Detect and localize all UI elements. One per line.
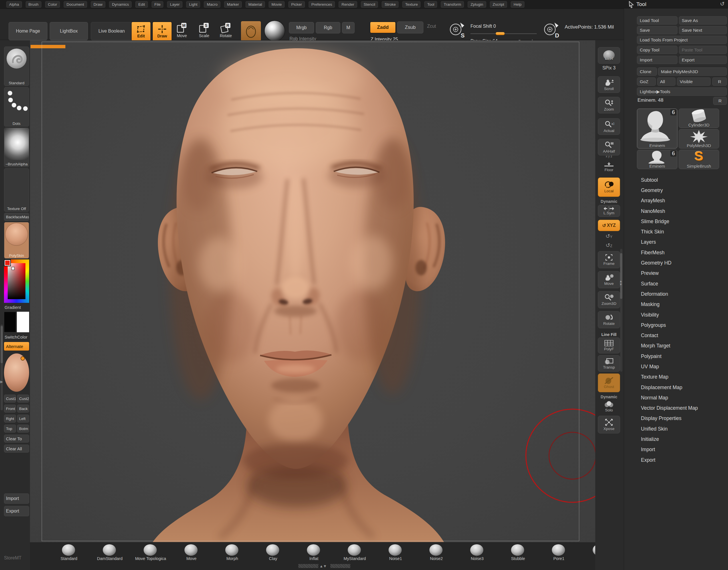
move-button[interactable]: M Move <box>173 22 191 38</box>
draw-button[interactable]: Draw <box>152 21 172 41</box>
tray-scrollbar-left[interactable] <box>298 564 318 568</box>
menu-item[interactable]: File <box>152 1 164 8</box>
menu-item[interactable]: Stencil <box>361 1 378 8</box>
sculpt-canvas[interactable] <box>30 40 595 542</box>
left-scrollbar-thumb[interactable] <box>1 326 3 363</box>
axis-toggles[interactable]: x y z <box>595 155 623 158</box>
zadd-button[interactable]: Zadd <box>370 21 396 33</box>
menu-item[interactable]: Brush <box>26 1 41 8</box>
clear-to-button[interactable]: Clear To <box>4 435 29 443</box>
tool-subpalette-item[interactable]: Morph Target <box>637 341 725 351</box>
scale-button[interactable]: S Scale <box>195 22 213 38</box>
tool-thumb-eminem[interactable]: 6 Eminem <box>637 108 677 149</box>
botm-button[interactable]: Botm <box>17 424 29 433</box>
tool-subpalette-item[interactable]: FiberMesh <box>637 247 725 258</box>
lightbox-tools-button[interactable]: Lightbox▶Tools <box>637 87 727 96</box>
tray-scrollbar-right[interactable] <box>330 564 350 568</box>
load-tool-button[interactable]: Load Tool <box>637 16 677 25</box>
tool-subpalette-item[interactable]: Geometry HD <box>637 258 725 268</box>
spix-label[interactable]: SPix 3 <box>595 65 623 70</box>
material-sphere[interactable] <box>264 20 285 41</box>
brush-tile[interactable]: MyStandard <box>334 543 375 562</box>
tool-subpalette-item[interactable]: Export <box>637 455 725 465</box>
menu-item[interactable]: Zscript <box>490 1 507 8</box>
active-tool-name[interactable]: Eminem. 48 <box>638 97 664 103</box>
xyz-button[interactable]: ↺ XYZ <box>598 220 620 231</box>
tool-subpalette-item[interactable]: Vector Displacement Map <box>637 403 725 413</box>
stroke-selector[interactable]: Dots <box>4 87 29 126</box>
brush-tile[interactable]: Noise1 <box>375 543 416 562</box>
solo-button[interactable]: Solo <box>598 399 620 414</box>
zsub-button[interactable]: Zsub <box>397 21 424 33</box>
local-button[interactable]: Local <box>598 178 620 197</box>
left-scroll-arrow-icon[interactable]: ▶ <box>0 380 3 384</box>
stroke-button[interactable] <box>241 21 261 41</box>
brush-tile[interactable]: Clay <box>253 543 293 562</box>
menu-item[interactable]: Layer <box>167 1 182 8</box>
menu-item[interactable]: Light <box>186 1 200 8</box>
save-next-button[interactable]: Save Next <box>679 26 727 34</box>
menu-item[interactable]: Color <box>45 1 60 8</box>
tool-subpalette-item[interactable]: NanoMesh <box>637 206 725 216</box>
tool-thumb-cylinder3d[interactable]: Cylinder3D <box>679 108 719 128</box>
left-button[interactable]: Left <box>17 414 29 422</box>
goz-button[interactable]: GoZ <box>637 77 656 86</box>
goz-visible-button[interactable]: Visible <box>677 77 711 86</box>
strip-scroll-arrows[interactable]: ▲▼ <box>619 280 622 286</box>
menu-item[interactable]: Draw <box>91 1 106 8</box>
secondary-color-swatch[interactable] <box>17 312 29 332</box>
tool-subpalette-item[interactable]: Thick Skin <box>637 227 725 237</box>
lightbox-drag-bar[interactable] <box>31 45 65 48</box>
refresh-icon[interactable]: ↺ <box>720 1 725 7</box>
clone-button[interactable]: Clone <box>637 67 657 76</box>
texture-selector[interactable]: Texture Off <box>4 168 29 212</box>
edit-button[interactable]: Edit <box>131 21 151 41</box>
tool-thumb-simplebrush[interactable]: S SimpleBrush <box>679 150 719 169</box>
brush-tile[interactable]: Noise2 <box>416 543 457 562</box>
import-button[interactable]: Import <box>4 494 29 504</box>
main-color-swatch[interactable] <box>4 312 16 332</box>
menu-item[interactable]: Tool <box>424 1 437 8</box>
menu-item[interactable]: Alpha <box>6 1 22 8</box>
menu-item[interactable]: Preferences <box>308 1 335 8</box>
load-tools-from-project-button[interactable]: Load Tools From Project <box>637 36 727 44</box>
menu-item[interactable]: Render <box>338 1 357 8</box>
m-button[interactable]: M <box>342 22 354 33</box>
xpose-button[interactable]: Xpose <box>598 416 620 434</box>
color-picker[interactable] <box>4 259 29 303</box>
tool-subpalette-item[interactable]: Normal Map <box>637 392 725 403</box>
polyf-button[interactable]: PolyF <box>598 337 620 353</box>
brush-selector[interactable]: Standard <box>4 47 29 86</box>
menu-item[interactable]: Zplugin <box>468 1 486 8</box>
actual-button[interactable]: x1 Actual <box>598 118 620 135</box>
back-button[interactable]: Back <box>17 404 29 412</box>
goz-all-button[interactable]: All <box>657 77 675 86</box>
menu-item[interactable]: Picker <box>288 1 305 8</box>
storemt-label[interactable]: StoreMT <box>4 555 21 561</box>
lightbox-button[interactable]: LightBox <box>50 22 88 40</box>
dynamic-persp-label[interactable]: Dynamic <box>595 199 623 204</box>
rotate-3d-button[interactable]: Rotate <box>598 311 620 328</box>
cust1-button[interactable]: Cust1 <box>4 394 16 402</box>
paste-tool-button[interactable]: Paste Tool <box>679 46 727 54</box>
tool-subpalette-item[interactable]: Displacement Map <box>637 382 725 392</box>
tool-subpalette-item[interactable]: Texture Map <box>637 372 725 382</box>
zoom-button[interactable]: Zoom <box>598 97 620 113</box>
dynamic-draw-size-button[interactable]: D <box>542 21 562 40</box>
cust2-button[interactable]: Cust2 <box>17 394 29 402</box>
save-as-button[interactable]: Save As <box>679 16 727 25</box>
tool-subpalette-item[interactable]: Polypaint <box>637 351 725 361</box>
bpr-button[interactable]: BPR <box>598 47 620 64</box>
ghost-button[interactable]: Ghost <box>598 373 620 392</box>
current-material-ball[interactable] <box>4 353 29 393</box>
active-tool-r-button[interactable]: R <box>713 97 727 105</box>
tool-subpalette-item[interactable]: UV Map <box>637 361 725 372</box>
switch-color-label[interactable]: SwitchColor <box>5 335 27 339</box>
zcut-button[interactable]: Zcut <box>427 24 436 29</box>
home-page-button[interactable]: Home Page <box>9 22 47 40</box>
brush-tile[interactable]: Stubble <box>498 543 539 562</box>
tool-subpalette-item[interactable]: Geometry <box>637 185 725 196</box>
brush-tile[interactable]: DamStandard <box>89 543 130 562</box>
color-picker-selector[interactable] <box>11 267 15 270</box>
make-polymesh3d-button[interactable]: Make PolyMesh3D <box>658 67 727 76</box>
